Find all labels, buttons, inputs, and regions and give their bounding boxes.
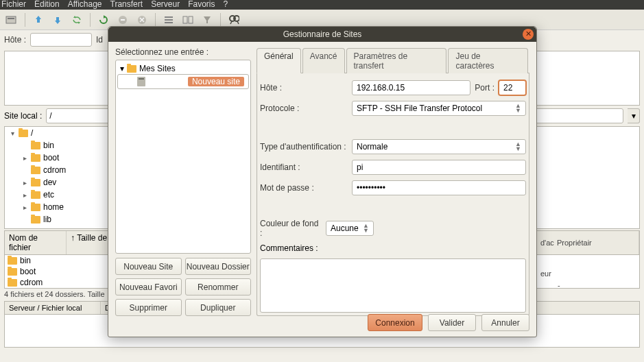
- local-site-label: Site local :: [4, 111, 42, 121]
- server-icon: [137, 77, 145, 86]
- expand-icon[interactable]: ▸: [21, 191, 28, 199]
- tab-general[interactable]: Général: [257, 48, 301, 73]
- col-server-file[interactable]: Serveur / Fichier local: [5, 302, 101, 314]
- download-icon[interactable]: [50, 12, 65, 27]
- new-folder-button[interactable]: Nouveau Dossier: [185, 258, 252, 275]
- expand-icon[interactable]: ▸: [21, 154, 28, 162]
- upload-icon[interactable]: [31, 12, 46, 27]
- bgcolor-select[interactable]: Aucune ▲▼: [326, 221, 374, 236]
- site-tree[interactable]: ▾ Mes Sites Nouveau site: [115, 60, 251, 254]
- chevron-updown-icon: ▲▼: [363, 224, 369, 233]
- host-input[interactable]: [352, 80, 470, 95]
- expand-icon[interactable]: ▸: [21, 179, 28, 186]
- comments-label: Commentaires :: [260, 243, 526, 253]
- comments-textarea[interactable]: [260, 258, 526, 313]
- site-manager-icon[interactable]: [4, 12, 19, 27]
- queue-icon[interactable]: [180, 12, 195, 27]
- tab-advanced[interactable]: Avancé: [302, 48, 345, 73]
- filter-icon[interactable]: [200, 12, 215, 27]
- svg-rect-5: [165, 16, 173, 18]
- validate-button[interactable]: Valider: [428, 314, 476, 331]
- menu-help[interactable]: ?: [224, 0, 228, 10]
- expand-icon[interactable]: ▸: [21, 204, 28, 211]
- tree-label: lib: [43, 215, 51, 224]
- bg-row-eur: eur: [540, 269, 551, 278]
- tab-transfer[interactable]: Paramètres de transfert: [346, 48, 447, 73]
- refresh-icon[interactable]: [96, 12, 111, 27]
- user-input[interactable]: [352, 160, 526, 175]
- qc-id-label: Id: [96, 35, 103, 45]
- stop-icon[interactable]: [115, 12, 130, 27]
- new-bookmark-button[interactable]: Nouveau Favori: [115, 278, 182, 295]
- svg-rect-0: [6, 16, 16, 23]
- dialog-title: Gestionnaire de Sites: [283, 29, 362, 39]
- menu-edit[interactable]: Édition: [34, 0, 60, 10]
- rename-button[interactable]: Renommer: [185, 278, 252, 295]
- auth-label: Type d'authentification :: [260, 142, 348, 152]
- folder-icon: [127, 65, 136, 73]
- tree-label: bin: [43, 141, 54, 150]
- tab-bar: Général Avancé Paramètres de transfert J…: [257, 47, 529, 73]
- svg-rect-1: [8, 18, 14, 19]
- menu-favorites[interactable]: Favoris: [188, 0, 215, 10]
- dialog-titlebar[interactable]: Gestionnaire de Sites ✕: [108, 27, 536, 42]
- dialog-right-pane: Général Avancé Paramètres de transfert J…: [257, 47, 529, 316]
- tree-root[interactable]: ▾ Mes Sites: [117, 63, 249, 74]
- port-label: Port :: [475, 83, 494, 93]
- menu-server[interactable]: Serveur: [151, 0, 180, 10]
- new-site-button[interactable]: Nouveau Site: [115, 258, 182, 275]
- auth-select[interactable]: Normale ▲▼: [352, 139, 526, 154]
- folder-icon: [31, 191, 40, 199]
- qc-host-label: Hôte :: [4, 35, 26, 45]
- port-input[interactable]: [499, 80, 526, 95]
- close-icon[interactable]: ✕: [523, 29, 534, 40]
- qc-host-input[interactable]: [30, 33, 92, 47]
- expand-icon[interactable]: ▾: [9, 130, 16, 137]
- collapse-icon[interactable]: ▾: [120, 64, 124, 73]
- pass-input[interactable]: [352, 180, 526, 195]
- svg-rect-8: [183, 16, 187, 23]
- duplicate-button[interactable]: Dupliquer: [185, 299, 252, 316]
- menu-transfer[interactable]: Transfert: [110, 0, 143, 10]
- dialog-footer: Connexion Valider Annuler: [368, 314, 529, 331]
- list-icon[interactable]: [161, 12, 176, 27]
- connect-button[interactable]: Connexion: [368, 314, 422, 331]
- cancel-button[interactable]: Annuler: [481, 314, 529, 331]
- folder-icon: [8, 268, 17, 276]
- folder-icon: [31, 179, 40, 186]
- protocol-select[interactable]: SFTP - SSH File Transfer Protocol ▲▼: [352, 101, 526, 116]
- svg-rect-3: [121, 19, 125, 21]
- chevron-down-icon[interactable]: ▾: [628, 108, 640, 123]
- svg-rect-9: [189, 16, 193, 23]
- search-icon[interactable]: [226, 12, 241, 27]
- file-name: boot: [20, 267, 36, 276]
- tab-charset[interactable]: Jeu de caractères: [448, 48, 528, 73]
- folder-icon: [31, 142, 40, 149]
- chevron-updown-icon: ▲▼: [515, 104, 521, 113]
- svg-rect-7: [165, 22, 173, 23]
- folder-icon: [31, 216, 40, 224]
- dialog-left-pane: Sélectionnez une entrée : ▾ Mes Sites No…: [115, 47, 251, 316]
- tree-label: boot: [43, 153, 59, 162]
- site-buttons: Nouveau Site Nouveau Dossier Nouveau Fav…: [115, 258, 251, 316]
- cancel-icon[interactable]: [134, 12, 150, 27]
- protocol-value: SFTP - SSH File Transfer Protocol: [357, 104, 482, 113]
- col-name[interactable]: Nom de fichier: [5, 231, 67, 254]
- bg-row-dash: -: [558, 281, 560, 289]
- select-entry-label: Sélectionnez une entrée :: [115, 47, 251, 57]
- folder-icon: [31, 167, 40, 174]
- host-label: Hôte :: [260, 83, 348, 93]
- sync-icon[interactable]: [69, 12, 84, 27]
- tree-label: etc: [43, 190, 54, 200]
- folder-icon: [31, 204, 40, 211]
- pass-label: Mot de passe :: [260, 183, 348, 193]
- tab-content-general: Hôte : Port : Protocole : SFTP - SSH Fil…: [257, 73, 529, 316]
- file-name: cdrom: [20, 278, 43, 287]
- delete-button[interactable]: Supprimer: [115, 299, 182, 316]
- tree-site-item[interactable]: Nouveau site: [117, 74, 249, 89]
- menu-bar[interactable]: Fichier Édition Affichage Transfert Serv…: [0, 0, 644, 10]
- tree-label: /: [31, 128, 33, 138]
- tree-root-label: Mes Sites: [139, 64, 176, 73]
- menu-view[interactable]: Affichage: [68, 0, 102, 10]
- menu-file[interactable]: Fichier: [1, 0, 26, 10]
